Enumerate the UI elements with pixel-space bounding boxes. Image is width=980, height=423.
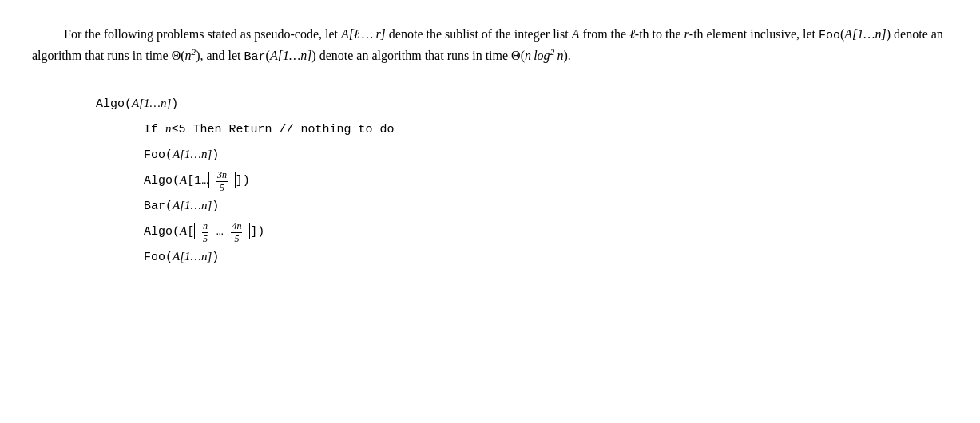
algo-line-6: Foo(A[1…n]): [144, 244, 948, 270]
algo-block: Algo(A[1…n]) If n≤5 Then Return // nothi…: [96, 91, 948, 270]
intro-paragraph: For the following problems stated as pse…: [32, 24, 948, 67]
algo-signature: Algo(A[1…n]): [96, 91, 948, 117]
algo-line-4: Bar(A[1…n]): [144, 193, 948, 219]
algo-line-5: Algo(A[ n5 … 4n5 ]): [144, 219, 948, 244]
algo-line-3: Algo(A[1… 3n5 ]): [144, 168, 948, 193]
algo-line-1: If n≤5 Then Return // nothing to do: [144, 117, 948, 142]
algo-line-2: Foo(A[1…n]): [144, 142, 948, 168]
